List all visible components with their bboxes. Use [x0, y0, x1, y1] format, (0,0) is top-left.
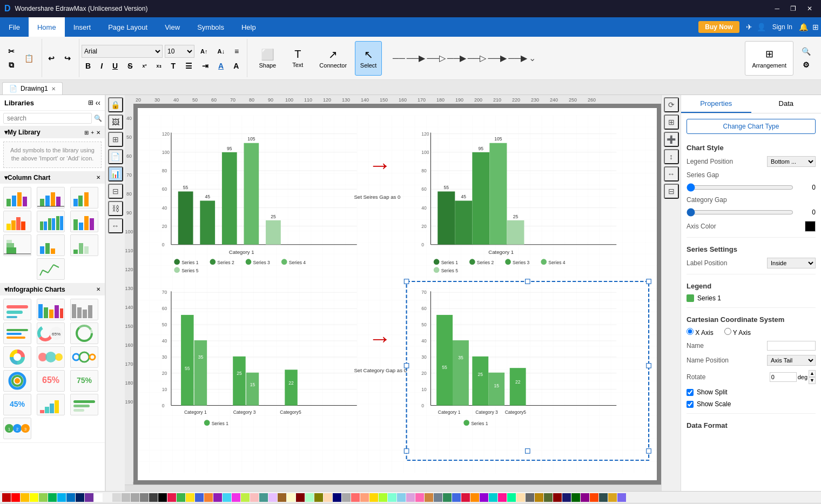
y-axis-radio-label[interactable]: Y Axis	[724, 328, 751, 337]
white-canvas[interactable]: 120 100 80 60 40 20 0	[138, 108, 657, 480]
menu-help[interactable]: Help	[233, 17, 265, 37]
list-button[interactable]: ☰	[181, 60, 196, 72]
show-split-checkbox[interactable]	[687, 389, 694, 396]
infographic-item-4[interactable]	[3, 322, 31, 344]
color-swatch[interactable]	[324, 493, 332, 502]
lib-item-1[interactable]	[3, 187, 31, 209]
my-library-header[interactable]: ▾ My Library ⊞ + ✕	[0, 126, 105, 138]
rotate-down-button[interactable]: ▼	[809, 377, 816, 384]
color-swatch[interactable]	[314, 493, 323, 502]
infographic-item-5[interactable]: 65%	[37, 322, 65, 344]
category-gap-slider[interactable]	[687, 208, 793, 217]
arrangement-button[interactable]: ⊞ Arrangement	[745, 41, 793, 76]
color-swatch[interactable]	[131, 493, 139, 502]
color-swatch[interactable]	[562, 493, 571, 502]
left-vert-btn-2[interactable]: 🖼	[108, 115, 123, 130]
color-swatch[interactable]	[39, 493, 48, 502]
color-swatch[interactable]	[296, 493, 305, 502]
color-swatch[interactable]	[112, 493, 121, 502]
color-swatch[interactable]	[48, 493, 57, 502]
left-vert-btn-4[interactable]: 📄	[108, 149, 123, 164]
infographic-item-11[interactable]: 65%	[37, 370, 65, 392]
color-swatch[interactable]	[415, 493, 424, 502]
color-swatch[interactable]	[571, 493, 580, 502]
menu-view[interactable]: View	[156, 17, 189, 37]
connector-tool-button[interactable]: ↗ Connector	[314, 41, 352, 76]
infographic-item-1[interactable]	[3, 299, 31, 320]
copy-button[interactable]: ⧉	[4, 59, 18, 71]
search-icon[interactable]: 🔍	[94, 115, 102, 122]
text-style-button[interactable]: T	[167, 60, 180, 72]
change-chart-type-button[interactable]: Change Chart Type	[687, 119, 816, 134]
rotate-input[interactable]	[770, 372, 797, 382]
infographic-item-9[interactable]	[70, 346, 98, 368]
menu-insert[interactable]: Insert	[65, 17, 100, 37]
x-axis-radio[interactable]	[687, 328, 694, 335]
infographic-item-6[interactable]	[70, 322, 98, 344]
infographic-item-2[interactable]	[37, 299, 65, 320]
paste-button[interactable]: 📋	[21, 52, 37, 64]
infographic-item-7[interactable]	[3, 346, 31, 368]
left-vert-btn-5[interactable]: 📊	[108, 166, 123, 182]
cut-button[interactable]: ✂	[4, 45, 18, 57]
drawing-surface[interactable]: 120 100 80 60 40 20 0	[133, 104, 661, 485]
column-chart-close-button[interactable]: ✕	[96, 174, 100, 180]
color-swatch[interactable]	[241, 493, 250, 502]
lib-item-8[interactable]	[37, 234, 65, 256]
right-vert-btn-3[interactable]: ➕	[664, 132, 679, 147]
color-swatch[interactable]	[21, 493, 29, 502]
left-vert-btn-1[interactable]: 🔒	[108, 97, 123, 112]
color-swatch[interactable]	[57, 493, 66, 502]
y-axis-radio[interactable]	[724, 328, 731, 335]
infographic-item-13[interactable]: 45%	[3, 394, 31, 415]
menu-file[interactable]: File	[0, 17, 29, 37]
color-swatch[interactable]	[388, 493, 396, 502]
italic-button[interactable]: I	[97, 60, 106, 72]
color-swatch[interactable]	[443, 493, 452, 502]
color-swatch[interactable]	[11, 493, 20, 502]
lib-item-4[interactable]	[3, 211, 31, 232]
color-swatch[interactable]	[186, 493, 194, 502]
color-swatch[interactable]	[167, 493, 176, 502]
lib-item-7[interactable]	[3, 234, 31, 256]
name-position-select[interactable]: Axis Tail Axis Head Middle	[767, 355, 816, 366]
color-swatch[interactable]	[553, 493, 562, 502]
lib-item-3[interactable]	[70, 187, 98, 209]
font-family-select[interactable]: Arial	[82, 45, 163, 58]
subscript-button[interactable]: x₂	[153, 62, 165, 70]
infographic-item-8[interactable]	[37, 346, 65, 368]
color-swatch[interactable]	[425, 493, 433, 502]
minimize-button[interactable]: ─	[770, 4, 784, 14]
restore-button[interactable]: ❐	[786, 4, 800, 14]
infographic-item-12[interactable]: 75%	[70, 370, 98, 392]
color-swatch[interactable]	[333, 493, 341, 502]
color-swatch[interactable]	[379, 493, 387, 502]
right-vert-btn-2[interactable]: ⊞	[664, 115, 679, 130]
infographic-charts-header[interactable]: ▾ Infographic Charts ✕	[0, 284, 105, 295]
font-size-select[interactable]: 10	[165, 45, 194, 58]
menu-home[interactable]: Home	[29, 17, 65, 37]
color-swatch[interactable]	[406, 493, 415, 502]
color-swatch[interactable]	[213, 493, 222, 502]
color-swatch[interactable]	[489, 493, 497, 502]
my-library-import-button[interactable]: ⊞	[84, 130, 89, 136]
color-swatch[interactable]	[535, 493, 543, 502]
align-button[interactable]: ≡	[231, 45, 243, 58]
color-swatch[interactable]	[287, 493, 295, 502]
column-chart-header[interactable]: ▾ Column Chart ✕	[0, 172, 105, 184]
canvas-scrollbar[interactable]	[125, 485, 661, 491]
shape-tool-button[interactable]: ⬜ Shape	[254, 41, 281, 76]
color-swatch[interactable]	[2, 493, 11, 502]
redo-button[interactable]: ↪	[60, 52, 75, 64]
left-vert-btn-6[interactable]: ⊟	[108, 184, 123, 199]
legend-position-select[interactable]: Bottom ... Top Left Right None	[767, 156, 816, 167]
font-decrease-button[interactable]: A↓	[213, 45, 228, 58]
lib-item-9[interactable]	[70, 234, 98, 256]
color-swatch[interactable]	[608, 493, 617, 502]
color-swatch[interactable]	[507, 493, 516, 502]
color-swatch[interactable]	[342, 493, 351, 502]
color-swatch[interactable]	[470, 493, 479, 502]
right-vert-btn-5[interactable]: ↔	[664, 166, 679, 182]
text-tool-button[interactable]: T Text	[284, 41, 311, 76]
signin-button[interactable]: Sign In	[768, 23, 797, 31]
